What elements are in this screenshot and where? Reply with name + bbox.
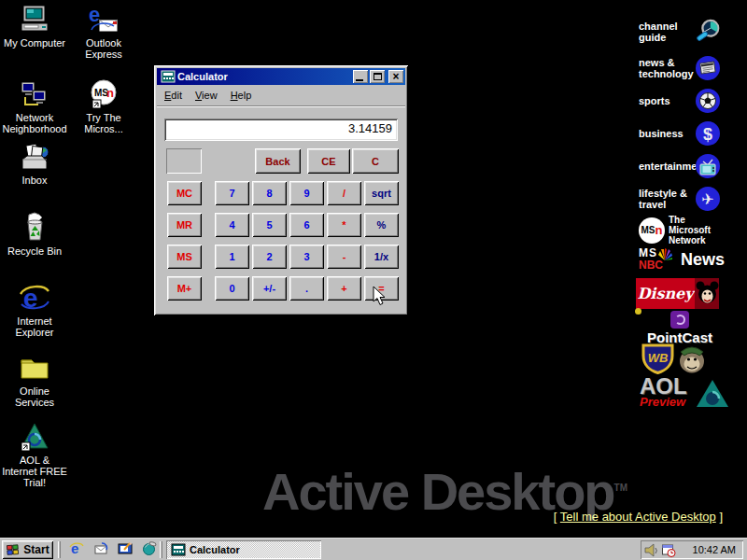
- desktop-icon-inbox[interactable]: Inbox: [1, 141, 68, 186]
- link-bracket-open: [: [554, 510, 560, 524]
- task-scheduler-icon[interactable]: [661, 543, 676, 557]
- channel-label: news & technology: [639, 57, 693, 79]
- taskbar-separator[interactable]: [58, 541, 61, 558]
- calculator-titlebar[interactable]: Calculator ×: [157, 68, 405, 85]
- channel-msn-network[interactable]: MSn The Microsoft Network: [639, 215, 711, 245]
- channel-item-lifestyle-travel[interactable]: lifestyle & travel✈: [639, 185, 725, 213]
- desktop-icon-msn-setup[interactable]: MSnTry The Micros...: [70, 78, 137, 134]
- desktop-icon-aol-free-trial[interactable]: AOL & Internet FREE Trial!: [1, 421, 68, 488]
- calculator-window: Calculator × EditViewHelp 3.14159 BackCE…: [154, 65, 408, 315]
- desktop-icon-my-computer[interactable]: My Computer: [1, 4, 68, 49]
- calculator-task-icon: [171, 543, 186, 556]
- desktop-icon-recycle-bin[interactable]: Recycle Bin: [1, 212, 68, 257]
- desktop-icon-label: Inbox: [1, 175, 68, 186]
- svg-text:e: e: [71, 540, 78, 555]
- desktop-icon-internet-explorer[interactable]: eInternet Explorer: [1, 282, 68, 338]
- calc-button-=[interactable]: =: [364, 276, 399, 301]
- desktop-icon-label: Outlook Express: [70, 37, 137, 60]
- desktop-icon-label: Network Neighborhood: [1, 112, 68, 134]
- windows-flag-icon: [6, 543, 21, 557]
- calc-button--[interactable]: -: [327, 245, 361, 269]
- msnbc-news-label: News: [681, 250, 725, 270]
- desktop-icon-network-neighborhood[interactable]: Network Neighborhood: [1, 78, 68, 134]
- start-button[interactable]: Start: [2, 540, 53, 559]
- trademark-mark: TM: [614, 483, 627, 493]
- lifestyle-travel-icon: ✈: [695, 186, 721, 212]
- quick-launch-view-channels[interactable]: [138, 540, 161, 559]
- menu-item-view[interactable]: View: [189, 87, 224, 104]
- menu-item-edit[interactable]: Edit: [158, 87, 189, 104]
- msn-logo-icon: MSn: [639, 217, 665, 244]
- calc-button-m+[interactable]: M+: [167, 276, 202, 301]
- channel-label: business: [639, 128, 693, 139]
- calc-button-1[interactable]: 1: [215, 245, 249, 269]
- msnbc-logo: MS NBC: [639, 248, 673, 271]
- calc-button-.[interactable]: .: [289, 276, 324, 301]
- channel-label: entertainment: [639, 161, 693, 172]
- calc-button-7[interactable]: 7: [215, 181, 249, 205]
- channel-warner-bros[interactable]: WB: [641, 343, 707, 374]
- calc-button-2[interactable]: 2: [252, 245, 287, 269]
- close-button[interactable]: ×: [388, 70, 403, 83]
- taz-icon: [677, 343, 707, 374]
- menu-item-help[interactable]: Help: [224, 87, 259, 104]
- aol-text: AOL: [640, 376, 687, 396]
- channel-item-entertainment[interactable]: entertainment: [639, 152, 725, 180]
- volume-icon[interactable]: [644, 543, 659, 557]
- calc-button-sqrt[interactable]: sqrt: [364, 181, 399, 205]
- calc-button-mc[interactable]: MC: [167, 181, 202, 205]
- calc-button-8[interactable]: 8: [252, 181, 287, 205]
- desktop-icon-online-services[interactable]: Online Services: [1, 352, 68, 408]
- channel-item-news-technology[interactable]: news & technology: [639, 54, 725, 82]
- tell-me-about-link[interactable]: Tell me about Active Desktop: [560, 510, 716, 524]
- calc-button-+[interactable]: +: [327, 276, 361, 301]
- msn-network-label: The Microsoft Network: [669, 215, 711, 245]
- quick-launch-outlook-express[interactable]: [90, 540, 112, 559]
- maximize-button[interactable]: [370, 70, 385, 83]
- business-icon: $: [695, 120, 721, 147]
- calc-button-0[interactable]: 0: [215, 276, 249, 301]
- calc-button-%[interactable]: %: [364, 213, 399, 237]
- quick-launch-internet-explorer[interactable]: e: [65, 540, 88, 559]
- calc-button-5[interactable]: 5: [252, 213, 287, 237]
- minimize-button[interactable]: [353, 70, 368, 83]
- calc-button-mr[interactable]: MR: [167, 213, 202, 237]
- internet-explorer-icon: e: [19, 282, 50, 314]
- channel-aol-preview[interactable]: AOL Preview: [640, 376, 729, 408]
- view-channels-icon: [142, 540, 157, 559]
- calc-button-ce[interactable]: CE: [307, 148, 350, 174]
- task-button-calculator[interactable]: Calculator: [166, 540, 321, 559]
- calc-button-6[interactable]: 6: [289, 213, 324, 237]
- calc-button-/[interactable]: /: [327, 181, 361, 205]
- calc-button-3[interactable]: 3: [289, 245, 324, 269]
- channel-disney[interactable]: Disney: [636, 278, 719, 309]
- svg-text:n: n: [106, 86, 114, 100]
- show-desktop-icon: [118, 540, 133, 559]
- entertainment-icon: [695, 153, 721, 179]
- calc-button-c[interactable]: C: [352, 148, 399, 174]
- task-button-label: Calculator: [190, 544, 240, 555]
- taskbar-separator[interactable]: [160, 541, 162, 558]
- channel-msnbc-news[interactable]: MS NBC News: [639, 248, 725, 271]
- calc-button-back[interactable]: Back: [255, 148, 301, 174]
- quick-launch-show-desktop[interactable]: [114, 540, 136, 559]
- calc-button-*[interactable]: *: [327, 213, 361, 237]
- msn-line3: Network: [669, 235, 711, 245]
- disney-wordmark: Disney: [636, 278, 695, 309]
- calc-button-4[interactable]: 4: [215, 213, 249, 237]
- desktop-icon-label: Try The Micros...: [70, 112, 137, 134]
- calc-button-9[interactable]: 9: [289, 181, 324, 205]
- calc-button-ms[interactable]: MS: [167, 245, 202, 269]
- calculator-display: 3.14159: [164, 119, 398, 141]
- channel-pointcast[interactable]: PointCast: [637, 311, 723, 345]
- channel-item-sports[interactable]: sports: [639, 87, 725, 115]
- calc-button-+/-[interactable]: +/-: [252, 276, 287, 301]
- desktop-icon-label: My Computer: [1, 37, 68, 49]
- desktop-icon-label: AOL & Internet FREE Trial!: [1, 455, 68, 488]
- channel-item-business[interactable]: business$: [639, 119, 725, 147]
- calc-button-1/x[interactable]: 1/x: [364, 245, 399, 269]
- svg-text:e: e: [89, 4, 100, 26]
- menu-separator: [157, 105, 405, 107]
- channel-item-channel-guide[interactable]: channel guide: [639, 18, 725, 46]
- desktop-icon-outlook-express[interactable]: eOutlook Express: [70, 4, 137, 60]
